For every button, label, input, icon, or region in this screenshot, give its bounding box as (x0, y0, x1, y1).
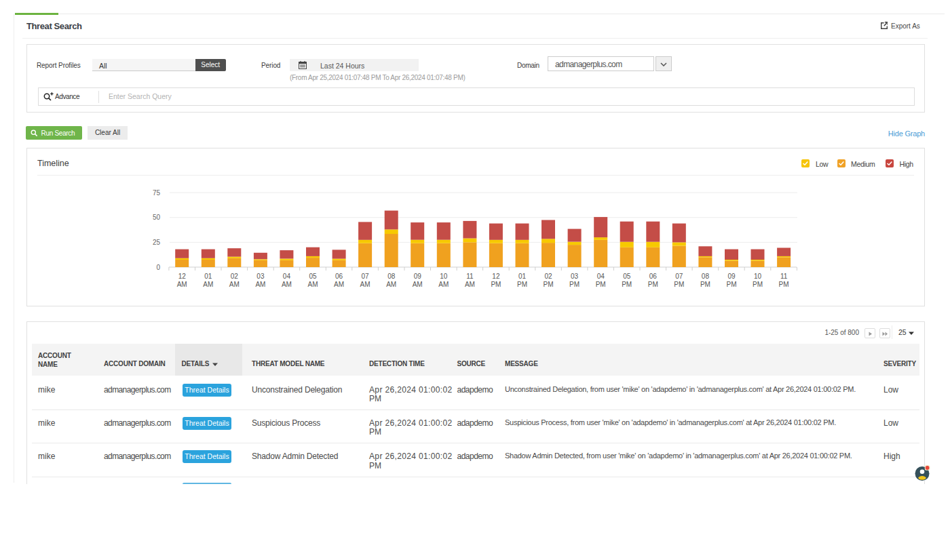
svg-text:07: 07 (675, 273, 683, 280)
svg-text:11: 11 (466, 273, 474, 280)
svg-text:PM: PM (544, 281, 554, 288)
svg-text:AM: AM (386, 281, 396, 288)
svg-text:02: 02 (544, 273, 552, 280)
svg-text:08: 08 (387, 273, 396, 280)
svg-text:AM: AM (360, 281, 370, 288)
svg-text:08: 08 (702, 273, 710, 280)
svg-text:05: 05 (623, 273, 631, 280)
svg-text:AM: AM (438, 281, 449, 288)
svg-text:09: 09 (414, 273, 422, 280)
svg-text:06: 06 (335, 273, 343, 280)
svg-text:12: 12 (178, 273, 187, 280)
svg-text:PM: PM (596, 281, 606, 288)
svg-text:75: 75 (153, 189, 161, 197)
svg-text:05: 05 (309, 273, 317, 280)
svg-text:03: 03 (571, 273, 579, 280)
svg-text:10: 10 (440, 273, 448, 280)
svg-text:PM: PM (648, 281, 658, 288)
svg-text:PM: PM (753, 281, 763, 288)
svg-text:03: 03 (256, 273, 265, 280)
svg-text:06: 06 (649, 273, 658, 280)
svg-text:PM: PM (517, 281, 527, 288)
svg-text:PM: PM (727, 281, 737, 288)
svg-text:AM: AM (229, 281, 240, 288)
svg-text:02: 02 (231, 273, 239, 280)
svg-text:AM: AM (334, 281, 344, 288)
svg-text:PM: PM (491, 281, 501, 288)
svg-text:25: 25 (153, 239, 161, 246)
svg-text:AM: AM (465, 281, 475, 288)
svg-text:01: 01 (204, 273, 212, 280)
svg-text:AM: AM (177, 281, 187, 288)
svg-text:11: 11 (780, 273, 788, 280)
svg-text:50: 50 (153, 214, 161, 221)
svg-text:07: 07 (362, 273, 370, 280)
svg-text:PM: PM (700, 281, 710, 288)
svg-text:AM: AM (413, 281, 423, 288)
svg-text:0: 0 (156, 264, 160, 271)
svg-text:PM: PM (779, 281, 789, 288)
svg-text:01: 01 (518, 273, 527, 280)
svg-text:AM: AM (308, 281, 318, 288)
svg-text:PM: PM (622, 281, 632, 288)
svg-text:09: 09 (727, 273, 736, 280)
svg-text:12: 12 (492, 273, 500, 280)
svg-text:AM: AM (203, 281, 213, 288)
svg-text:AM: AM (255, 281, 265, 288)
svg-text:AM: AM (282, 281, 292, 288)
svg-text:PM: PM (674, 281, 684, 288)
svg-text:04: 04 (283, 273, 291, 280)
svg-text:04: 04 (597, 273, 605, 280)
svg-text:PM: PM (569, 281, 580, 288)
svg-text:10: 10 (754, 273, 762, 280)
